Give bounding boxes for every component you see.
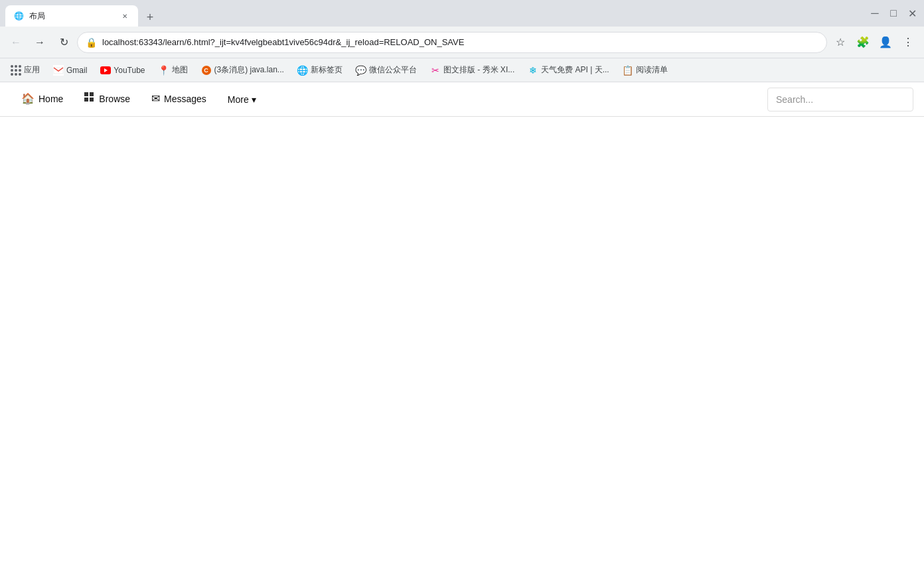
bookmark-youtube[interactable]: YouTube xyxy=(95,62,150,78)
chevron-down-icon: ▾ xyxy=(252,94,256,105)
home-icon: 🏠 xyxy=(21,92,35,105)
tab-favicon: 🌐 xyxy=(13,11,24,21)
browser-toolbar: ← → ↻ 🔒 localhost:63343/learn/6.html?_ij… xyxy=(0,27,924,58)
profile-button[interactable]: 👤 xyxy=(875,32,896,53)
tab-close-button[interactable]: ✕ xyxy=(119,11,130,21)
java-icon: C xyxy=(201,65,212,76)
bookmark-apps-label: 应用 xyxy=(24,64,40,76)
bookmark-wechat[interactable]: 💬 微信公众平台 xyxy=(350,62,422,78)
bookmarks-bar: 应用 Gmail YouTube 📍 地图 C (3条消息) java.l xyxy=(0,58,924,82)
minimize-button[interactable]: ─ xyxy=(868,7,882,20)
maps-icon: 📍 xyxy=(159,65,169,76)
menu-button[interactable]: ⋮ xyxy=(897,32,919,53)
toolbar-actions: ☆ 🧩 👤 ⋮ xyxy=(830,32,919,53)
tab-title: 布局 xyxy=(29,11,114,22)
svg-rect-3 xyxy=(84,92,88,96)
reload-button[interactable]: ↻ xyxy=(53,32,74,53)
maximize-button[interactable]: □ xyxy=(887,7,900,20)
bookmark-xiu-label: 图文排版 - 秀米 XI... xyxy=(443,64,514,76)
bookmark-newtab-label: 新标签页 xyxy=(311,64,343,76)
bookmark-maps-label: 地图 xyxy=(172,64,188,76)
bookmark-youtube-label: YouTube xyxy=(114,66,145,75)
browser-window: 🌐 布局 ✕ + ─ □ ✕ ← → ↻ 🔒 localhost:63343/l… xyxy=(0,0,924,572)
bookmark-weather-label: 天气免费 API | 天... xyxy=(541,64,609,76)
xiu-icon: ✂ xyxy=(430,65,441,76)
nav-browse-label: Browse xyxy=(99,94,130,104)
svg-rect-5 xyxy=(84,98,88,102)
back-button[interactable]: ← xyxy=(5,32,27,53)
nav-browse[interactable]: Browse xyxy=(74,82,141,117)
lock-icon: 🔒 xyxy=(86,37,97,48)
bookmark-newtab[interactable]: 🌐 新标签页 xyxy=(292,62,348,78)
forward-button[interactable]: → xyxy=(29,32,50,53)
bookmark-gmail-label: Gmail xyxy=(66,66,87,75)
nav-home-label: Home xyxy=(38,94,63,104)
main-content-area xyxy=(0,117,924,572)
tab-strip: 🌐 布局 ✕ + xyxy=(5,0,860,27)
address-bar[interactable]: 🔒 localhost:63343/learn/6.html?_ijt=kv4f… xyxy=(77,32,827,53)
bookmark-reader[interactable]: 📋 阅读清单 xyxy=(617,62,673,78)
bookmark-reader-label: 阅读清单 xyxy=(636,64,668,76)
reader-icon: 📋 xyxy=(623,65,633,76)
svg-rect-6 xyxy=(90,98,94,102)
window-controls: ─ □ ✕ xyxy=(868,7,919,20)
address-text: localhost:63343/learn/6.html?_ijt=kv4fve… xyxy=(102,37,818,47)
bookmark-java-label: (3条消息) java.lan... xyxy=(214,64,284,76)
bookmark-wechat-label: 微信公众平台 xyxy=(369,64,417,76)
search-input[interactable] xyxy=(767,88,913,111)
close-button[interactable]: ✕ xyxy=(905,7,919,20)
bookmark-maps[interactable]: 📍 地图 xyxy=(153,62,193,78)
star-button[interactable]: ☆ xyxy=(830,32,851,53)
nav-messages-label: Messages xyxy=(164,94,206,104)
bookmark-xiu[interactable]: ✂ 图文排版 - 秀米 XI... xyxy=(425,62,520,78)
bookmark-gmail[interactable]: Gmail xyxy=(48,62,92,78)
nav-more[interactable]: More ▾ xyxy=(217,82,267,117)
nav-messages[interactable]: ✉ Messages xyxy=(141,82,217,117)
wechat-icon: 💬 xyxy=(356,65,366,76)
extensions-button[interactable]: 🧩 xyxy=(852,32,874,53)
bookmark-java[interactable]: C (3条消息) java.lan... xyxy=(196,62,289,78)
newtab-icon: 🌐 xyxy=(297,65,308,76)
new-tab-button[interactable]: + xyxy=(141,8,159,27)
weather-icon: ❄ xyxy=(528,65,538,76)
search-container xyxy=(767,88,913,111)
page-content: 🏠 Home Browse ✉ Messages xyxy=(0,82,924,572)
bookmark-apps[interactable]: 应用 xyxy=(5,62,45,78)
youtube-icon xyxy=(100,65,111,76)
nav-home[interactable]: 🏠 Home xyxy=(11,82,74,117)
browse-icon xyxy=(84,92,95,106)
active-tab[interactable]: 🌐 布局 ✕ xyxy=(5,5,138,27)
gmail-icon xyxy=(53,65,64,76)
nav-more-label: More xyxy=(228,94,249,105)
title-bar: 🌐 布局 ✕ + ─ □ ✕ xyxy=(0,0,924,27)
apps-icon xyxy=(11,65,21,76)
bookmark-weather[interactable]: ❄ 天气免费 API | 天... xyxy=(522,62,614,78)
page-navbar: 🏠 Home Browse ✉ Messages xyxy=(0,82,924,117)
svg-rect-4 xyxy=(90,92,94,96)
messages-icon: ✉ xyxy=(151,92,160,105)
